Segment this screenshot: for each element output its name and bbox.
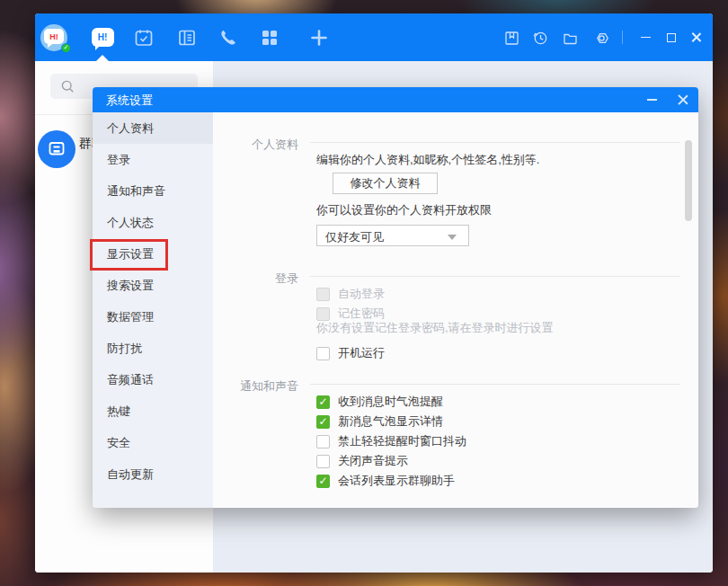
history-icon[interactable]: [533, 31, 548, 46]
row-mute-sound: 关闭声音提示: [316, 454, 408, 468]
dialog-title: 系统设置: [106, 93, 153, 109]
chevron-down-icon: [448, 235, 457, 240]
row-no-window-shake: 禁止轻轻提醒时窗口抖动: [316, 434, 466, 448]
dialog-titlebar: 系统设置: [93, 87, 698, 112]
window-close-button[interactable]: [688, 30, 704, 45]
edit-profile-button[interactable]: 修改个人资料: [333, 173, 438, 194]
row-group-assistant: 会话列表显示群聊助手: [316, 474, 455, 488]
desktop: H! ✓ H!: [0, 0, 728, 586]
sidebar-item-profile[interactable]: 个人资料: [93, 112, 213, 144]
avatar-logo-bubble: H!: [44, 29, 64, 44]
profile-desc: 编辑你的个人资料,如昵称,个性签名,性别等.: [316, 152, 539, 168]
sidebar-item-search[interactable]: 搜索设置: [93, 270, 213, 301]
row-remember-password: 记住密码: [316, 306, 385, 321]
sidebar-item-dnd[interactable]: 防打扰: [93, 333, 213, 364]
checkbox-no-window-shake[interactable]: [316, 435, 330, 448]
checkbox-mute-sound[interactable]: [316, 455, 330, 468]
favorites-icon[interactable]: [504, 31, 519, 46]
window-maximize-button[interactable]: [663, 30, 679, 45]
section-label-notifications: 通知和声音: [213, 378, 298, 395]
settings-dialog: 系统设置 个人资料 登录 通知和声音 个人状态 显示设置 搜索设置 数据管理 防…: [93, 87, 698, 508]
checkbox-auto-login[interactable]: [316, 288, 330, 301]
scrollbar-thumb[interactable]: [685, 140, 692, 221]
news-icon[interactable]: [177, 28, 197, 48]
main-toolbar: H! ✓ H!: [35, 13, 713, 61]
sidebar-item-auto-update[interactable]: 自动更新: [93, 458, 213, 490]
profile-permission-dropdown[interactable]: 仅好友可见: [316, 225, 469, 246]
sidebar-item-security[interactable]: 安全: [93, 427, 213, 458]
calendar-icon[interactable]: [134, 28, 154, 48]
profile-permission-text: 你可以设置你的个人资料开放权限: [316, 202, 492, 218]
sidebar-item-notifications[interactable]: 通知和声音: [93, 175, 213, 207]
settings-content: 个人资料 编辑你的个人资料,如昵称,个性签名,性别等. 修改个人资料 你可以设置…: [213, 112, 698, 508]
search-icon: [60, 79, 75, 94]
sidebar-item-hotkeys[interactable]: 热键: [93, 395, 213, 427]
row-bubble-remind: 收到消息时气泡提醒: [316, 395, 443, 409]
section-divider: [310, 142, 680, 143]
section-label-profile: 个人资料: [213, 137, 298, 153]
phone-icon[interactable]: [218, 28, 237, 48]
checkbox-bubble-detail[interactable]: [316, 415, 330, 429]
checkbox-run-on-startup[interactable]: [316, 347, 330, 360]
checkbox-group-assistant[interactable]: [316, 475, 330, 488]
sidebar-item-status[interactable]: 个人状态: [93, 207, 213, 238]
toolbar-divider: [622, 31, 623, 44]
add-icon[interactable]: [309, 28, 329, 48]
dropdown-value: 仅好友可见: [325, 229, 384, 245]
section-label-login: 登录: [213, 271, 298, 287]
checkbox-bubble-remind[interactable]: [316, 395, 330, 409]
chat-bubble-icon: [47, 139, 67, 159]
active-tab-notch: [96, 55, 109, 61]
settings-gear-icon[interactable]: [594, 31, 609, 46]
sidebar-item-display[interactable]: 显示设置: [93, 238, 213, 270]
row-bubble-detail: 新消息气泡显示详情: [316, 414, 443, 429]
sidebar-item-data[interactable]: 数据管理: [93, 301, 213, 333]
online-status-icon: ✓: [61, 43, 71, 53]
login-hint: 你没有设置记住登录密码,请在登录时进行设置: [316, 320, 554, 336]
row-run-on-startup: 开机运行: [316, 346, 385, 360]
avatar-logo-text: H!: [49, 32, 58, 41]
checkbox-remember-password[interactable]: [316, 307, 330, 321]
settings-sidebar: 个人资料 登录 通知和声音 个人状态 显示设置 搜索设置 数据管理 防打扰 音频…: [93, 112, 213, 508]
window-minimize-button[interactable]: [637, 30, 653, 45]
sidebar-item-login[interactable]: 登录: [93, 144, 213, 175]
apps-grid-icon[interactable]: [260, 28, 280, 48]
user-avatar[interactable]: H! ✓: [40, 24, 67, 51]
group-chat-avatar: [38, 130, 75, 168]
sidebar-item-audio-call[interactable]: 音频通话: [93, 364, 213, 395]
dialog-close-button[interactable]: [672, 87, 694, 112]
dialog-minimize-button[interactable]: [642, 87, 661, 112]
tab-messages[interactable]: H!: [90, 25, 115, 49]
section-divider: [310, 384, 680, 385]
section-divider: [310, 276, 680, 277]
messages-icon: H!: [92, 28, 114, 47]
folder-icon[interactable]: [563, 31, 578, 46]
row-auto-login: 自动登录: [316, 287, 385, 301]
